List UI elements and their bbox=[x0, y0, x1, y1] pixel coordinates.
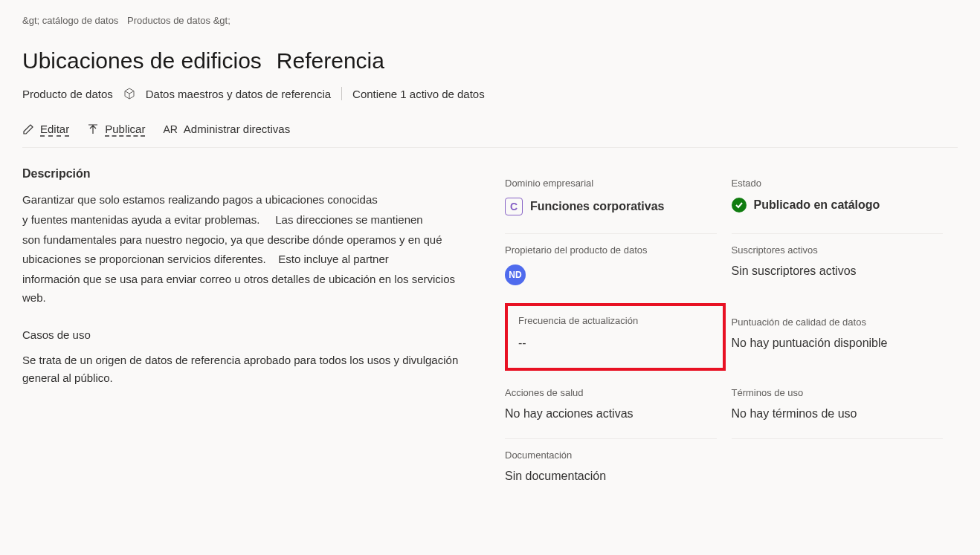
desc-line-2: y fuentes mantenidas ayuda a evitar prob… bbox=[22, 211, 475, 230]
publish-label: Publicar bbox=[105, 123, 145, 135]
status-label: Estado bbox=[732, 178, 944, 189]
quality-value: No hay puntuación disponible bbox=[732, 337, 944, 350]
pencil-icon bbox=[22, 123, 34, 135]
category-label: Datos maestros y datos de referencia bbox=[146, 88, 331, 100]
checkmark-icon bbox=[732, 198, 747, 212]
page-title: Ubicaciones de edificios bbox=[22, 48, 262, 74]
domain-text: Funciones corporativas bbox=[530, 200, 665, 213]
status-text: Publicado en catálogo bbox=[754, 198, 880, 212]
edit-button[interactable]: Editar bbox=[22, 123, 69, 135]
terms-value: No hay términos de uso bbox=[732, 407, 944, 421]
desc-line-5: información que se usa para enviar corre… bbox=[22, 270, 475, 308]
desc-line-1: Garantizar que solo estamos realizando p… bbox=[22, 191, 475, 210]
domain-badge-icon: C bbox=[505, 198, 523, 215]
status-value: Publicado en catálogo bbox=[732, 198, 944, 212]
meta-divider bbox=[341, 87, 342, 100]
description-text: Garantizar que solo estamos realizando p… bbox=[22, 191, 475, 308]
desc-line-3: son fundamentales para nuestro negocio, … bbox=[22, 231, 475, 250]
update-frequency-highlight: Frecuencia de actualización -- bbox=[505, 303, 726, 371]
title-row: Ubicaciones de edificios Referencia bbox=[22, 48, 958, 74]
domain-cell: Dominio empresarial C Funciones corporat… bbox=[505, 167, 717, 234]
meta-row: Producto de datos Datos maestros y datos… bbox=[22, 87, 958, 100]
owner-label: Propietario del producto de datos bbox=[505, 244, 717, 256]
content-area: Descripción Garantizar que solo estamos … bbox=[22, 167, 958, 501]
breadcrumb[interactable]: &gt; catálogo de datos Productos de dato… bbox=[22, 15, 958, 26]
desc-line-4: ubicaciones se proporcionan servicios di… bbox=[22, 250, 475, 269]
owner-cell: Propietario del producto de datos ND bbox=[505, 234, 717, 303]
subscribers-cell: Suscriptores activos Sin suscriptores ac… bbox=[732, 234, 944, 303]
health-value: No hay acciones activas bbox=[505, 407, 717, 421]
type-label: Producto de datos bbox=[22, 88, 113, 100]
docs-cell: Documentación Sin documentación bbox=[505, 439, 943, 501]
page-subtitle: Referencia bbox=[277, 48, 384, 74]
asset-count: Contiene 1 activo de datos bbox=[352, 88, 485, 100]
terms-cell: Términos de uso No hay términos de uso bbox=[732, 377, 944, 439]
description-label: Descripción bbox=[22, 167, 475, 181]
actions-row: Editar Publicar AR Administrar directiva… bbox=[22, 123, 958, 148]
docs-label: Documentación bbox=[505, 449, 943, 461]
owner-avatar[interactable]: ND bbox=[505, 264, 526, 285]
breadcrumb-products[interactable]: Productos de datos &gt; bbox=[127, 15, 231, 26]
subscribers-value: Sin suscriptores activos bbox=[732, 264, 944, 278]
quality-label: Puntuación de calidad de datos bbox=[732, 317, 944, 328]
ar-badge: AR bbox=[163, 123, 177, 135]
use-cases-text: Se trata de un origen de datos de refere… bbox=[22, 351, 475, 387]
owner-value: ND bbox=[505, 264, 717, 285]
manage-policies-button[interactable]: AR Administrar directivas bbox=[163, 123, 290, 135]
health-cell: Acciones de salud No hay acciones activa… bbox=[505, 377, 717, 439]
health-label: Acciones de salud bbox=[505, 387, 717, 398]
quality-cell: Puntuación de calidad de datos No hay pu… bbox=[732, 303, 944, 377]
upload-icon bbox=[87, 123, 99, 135]
breadcrumb-catalog[interactable]: &gt; catálogo de datos bbox=[22, 15, 118, 26]
use-cases-label: Casos de uso bbox=[22, 328, 475, 341]
manage-policies-label: Administrar directivas bbox=[184, 123, 290, 135]
terms-label: Términos de uso bbox=[732, 387, 944, 398]
domain-label: Dominio empresarial bbox=[505, 178, 717, 189]
docs-value: Sin documentación bbox=[505, 470, 943, 483]
publish-button[interactable]: Publicar bbox=[87, 123, 145, 135]
cube-icon bbox=[123, 88, 135, 100]
left-column: Descripción Garantizar que solo estamos … bbox=[22, 167, 475, 501]
update-freq-label: Frecuencia de actualización bbox=[518, 315, 712, 326]
subscribers-label: Suscriptores activos bbox=[732, 244, 944, 256]
update-freq-value: -- bbox=[518, 337, 712, 350]
edit-label: Editar bbox=[40, 123, 69, 135]
domain-value: C Funciones corporativas bbox=[505, 198, 717, 215]
status-cell: Estado Publicado en catálogo bbox=[732, 167, 944, 234]
right-column: Dominio empresarial C Funciones corporat… bbox=[505, 167, 958, 501]
